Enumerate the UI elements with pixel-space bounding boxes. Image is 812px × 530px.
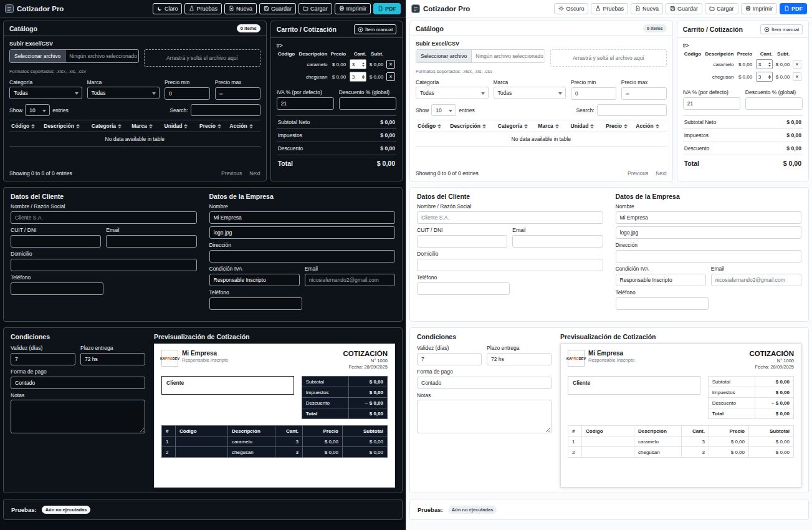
empresa-nombre-input[interactable] bbox=[209, 211, 396, 224]
nueva-button[interactable]: Nueva bbox=[224, 3, 257, 14]
empresa-logo-input[interactable] bbox=[616, 226, 802, 239]
plazo-input[interactable] bbox=[80, 353, 145, 365]
descuento-global-input[interactable] bbox=[745, 97, 803, 110]
marca-select[interactable]: Todas bbox=[494, 87, 566, 99]
column-header-marca[interactable]: Marca bbox=[130, 120, 162, 132]
forma-pago-input[interactable] bbox=[417, 377, 552, 389]
notas-textarea[interactable] bbox=[417, 400, 552, 433]
theme-toggle-button[interactable]: Claro Oscuro bbox=[153, 3, 183, 14]
pruebas-button[interactable]: Pruebas bbox=[591, 3, 628, 14]
file-dropzone[interactable]: Arrastrá y soltá el archivo aquí bbox=[144, 49, 260, 67]
iva-input[interactable] bbox=[277, 97, 334, 110]
column-header-precio[interactable]: Precio bbox=[198, 120, 227, 132]
column-header-categoria[interactable]: Categoría bbox=[496, 120, 536, 132]
precio-max-input[interactable] bbox=[621, 87, 667, 100]
precio-min-input[interactable] bbox=[165, 87, 210, 100]
notas-textarea[interactable] bbox=[11, 400, 145, 433]
validez-input[interactable] bbox=[11, 353, 75, 365]
marca-select[interactable]: Todas bbox=[87, 87, 160, 99]
file-select-button[interactable]: Seleccionar archivo bbox=[10, 50, 65, 62]
cliente-email-input[interactable] bbox=[512, 235, 603, 248]
condicion-iva-input[interactable] bbox=[209, 274, 300, 286]
search-input[interactable] bbox=[597, 104, 667, 116]
column-header-marca[interactable]: Marca bbox=[536, 120, 568, 132]
pdf-button[interactable]: PDF bbox=[780, 3, 807, 14]
remove-item-button[interactable]: × bbox=[386, 72, 395, 81]
column-header-codigo[interactable]: Código bbox=[416, 120, 448, 132]
quantity-input[interactable] bbox=[350, 60, 358, 69]
validez-input[interactable] bbox=[417, 353, 482, 365]
nueva-button[interactable]: Nueva bbox=[631, 3, 663, 14]
column-header-categoria[interactable]: Categoría bbox=[90, 120, 130, 132]
manual-item-button[interactable]: Ítem manual bbox=[760, 24, 803, 34]
column-header-unidad[interactable]: Unidad bbox=[163, 120, 198, 132]
column-header-accion[interactable]: Acción bbox=[634, 120, 666, 132]
descuento-global-input[interactable] bbox=[339, 97, 396, 110]
sort-icon bbox=[31, 124, 35, 128]
previous-page-link[interactable]: Previous bbox=[221, 170, 242, 176]
iva-input[interactable] bbox=[683, 97, 740, 110]
imprimir-button[interactable]: Imprimir bbox=[741, 3, 778, 14]
empresa-direccion-input[interactable] bbox=[616, 250, 802, 263]
pruebas-button[interactable]: Pruebas bbox=[184, 3, 222, 14]
quantity-input[interactable] bbox=[757, 72, 765, 81]
page-size-select[interactable]: 10 bbox=[25, 104, 50, 116]
file-select-button[interactable]: Seleccionar archivo bbox=[416, 50, 472, 62]
cargar-button[interactable]: Cargar bbox=[299, 3, 332, 14]
condicion-iva-input[interactable] bbox=[616, 274, 706, 286]
quantity-input[interactable] bbox=[350, 72, 358, 81]
categoria-select[interactable]: Todas bbox=[416, 87, 489, 99]
empresa-logo-input[interactable] bbox=[209, 226, 396, 239]
imprimir-button[interactable]: Imprimir bbox=[335, 3, 371, 14]
number-spinner[interactable] bbox=[362, 62, 366, 67]
previous-page-link[interactable]: Previous bbox=[628, 170, 648, 176]
remove-item-button[interactable]: × bbox=[386, 60, 395, 69]
cargar-button[interactable]: Cargar bbox=[705, 3, 738, 14]
page-size-select[interactable]: 10 bbox=[431, 104, 456, 116]
cliente-nombre-input[interactable] bbox=[11, 211, 197, 224]
precio-min-input[interactable] bbox=[571, 87, 616, 100]
cart-item-precio: $ 0,00 bbox=[735, 58, 753, 70]
file-dropzone[interactable]: Arrastrá y soltá el archivo aquí bbox=[550, 49, 667, 67]
column-header-unidad[interactable]: Unidad bbox=[569, 120, 604, 132]
cuit-input[interactable] bbox=[417, 235, 507, 248]
empresa-email-input[interactable] bbox=[305, 274, 395, 286]
cliente-email-input[interactable] bbox=[106, 235, 196, 248]
remove-item-button[interactable]: × bbox=[793, 72, 801, 81]
categoria-select[interactable]: Todas bbox=[9, 87, 82, 99]
manual-item-button[interactable]: Ítem manual bbox=[354, 24, 396, 34]
empresa-telefono-input[interactable] bbox=[616, 297, 709, 310]
cliente-nombre-input[interactable] bbox=[417, 211, 603, 224]
plazo-input[interactable] bbox=[487, 353, 552, 365]
theme-toggle-button[interactable]: Claro Oscuro bbox=[554, 3, 588, 14]
column-header-precio[interactable]: Precio bbox=[604, 120, 634, 132]
file-input[interactable]: Seleccionar archivo Ningún archivo selec… bbox=[416, 49, 545, 63]
pdf-button[interactable]: PDF bbox=[373, 3, 401, 14]
cuit-input[interactable] bbox=[11, 235, 101, 248]
forma-pago-input[interactable] bbox=[11, 377, 145, 389]
next-page-link[interactable]: Next bbox=[656, 170, 666, 176]
empresa-email-input[interactable] bbox=[711, 274, 801, 286]
number-spinner[interactable] bbox=[362, 75, 366, 79]
cliente-telefono-input[interactable] bbox=[417, 282, 510, 295]
search-input[interactable] bbox=[191, 104, 260, 116]
domicilio-input[interactable] bbox=[417, 259, 603, 271]
cliente-telefono-input[interactable] bbox=[11, 282, 103, 295]
column-header-accion[interactable]: Acción bbox=[227, 120, 260, 132]
column-header-codigo[interactable]: Código bbox=[9, 120, 42, 132]
empresa-direccion-input[interactable] bbox=[209, 250, 396, 263]
guardar-button[interactable]: Guardar bbox=[666, 3, 702, 14]
empresa-telefono-input[interactable] bbox=[209, 297, 302, 310]
empresa-nombre-input[interactable] bbox=[616, 211, 802, 224]
guardar-button[interactable]: Guardar bbox=[259, 3, 296, 14]
domicilio-input[interactable] bbox=[11, 259, 197, 271]
next-page-link[interactable]: Next bbox=[249, 170, 260, 176]
column-header-descripcion[interactable]: Descripción bbox=[448, 120, 496, 132]
column-header-descripcion[interactable]: Descripción bbox=[42, 120, 90, 132]
number-spinner[interactable] bbox=[768, 62, 772, 67]
file-input[interactable]: Seleccionar archivo Ningún archivo selec… bbox=[9, 49, 139, 63]
precio-max-input[interactable] bbox=[215, 87, 260, 100]
number-spinner[interactable] bbox=[768, 75, 772, 79]
quantity-input[interactable] bbox=[757, 60, 765, 69]
remove-item-button[interactable]: × bbox=[793, 60, 801, 69]
